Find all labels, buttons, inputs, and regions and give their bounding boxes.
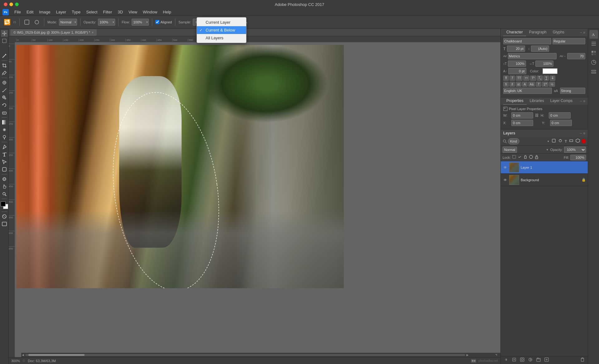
layer-item-background[interactable]: 👁 Background 🔒 bbox=[501, 174, 588, 186]
panel-icon-adjustments[interactable] bbox=[589, 58, 598, 67]
minimize-button[interactable] bbox=[9, 2, 13, 6]
blend-mode-select[interactable]: Normal bbox=[503, 147, 517, 153]
tool-heal[interactable] bbox=[1, 79, 8, 86]
dropdown-item-all-layers[interactable]: All Layers bbox=[197, 34, 246, 42]
menu-help[interactable]: Help bbox=[160, 9, 174, 15]
tool-icon[interactable]: 🔁 bbox=[2, 18, 12, 26]
fmt-small-caps[interactable]: TT bbox=[523, 75, 529, 81]
filter-type-btn[interactable]: T bbox=[564, 138, 567, 144]
horiz-scale-input[interactable] bbox=[535, 61, 553, 67]
menu-file[interactable]: File bbox=[12, 9, 23, 15]
fmt-caps[interactable]: TT bbox=[516, 75, 523, 81]
fmt-strikethrough[interactable]: T bbox=[550, 75, 555, 81]
w-input[interactable] bbox=[511, 112, 533, 119]
layer-eye-layer1[interactable]: 👁 bbox=[503, 165, 508, 170]
lock-position-btn[interactable] bbox=[523, 155, 528, 160]
anti-alias-select[interactable]: Strong bbox=[560, 88, 585, 94]
link-layers-btn[interactable] bbox=[503, 357, 509, 363]
layer-eye-background[interactable]: 👁 bbox=[503, 177, 508, 182]
mode-select[interactable]: Normal bbox=[59, 19, 77, 26]
fmt-ffi[interactable]: fi bbox=[509, 82, 515, 87]
fmt-tf[interactable]: T bbox=[536, 82, 541, 87]
menu-window[interactable]: Window bbox=[140, 9, 160, 15]
lock-all-btn[interactable] bbox=[534, 155, 539, 160]
fmt-bold[interactable]: T bbox=[503, 75, 509, 81]
lock-image-btn[interactable] bbox=[518, 155, 522, 160]
canvas-scroll-area[interactable]: ◀ ▶ bbox=[15, 42, 500, 357]
tab-character[interactable]: Character bbox=[503, 29, 526, 36]
panel-menu-icon[interactable]: ≡ bbox=[583, 31, 585, 34]
tool-clone-stamp[interactable] bbox=[1, 94, 8, 101]
tool-screen-mode[interactable] bbox=[1, 221, 8, 227]
fmt-italic[interactable]: T bbox=[509, 75, 515, 81]
tool-marquee[interactable] bbox=[1, 37, 8, 44]
panel-icon-layers[interactable] bbox=[589, 39, 598, 48]
layers-menu-icon[interactable]: ≡ bbox=[583, 131, 585, 135]
doc-tab-close[interactable]: × bbox=[92, 31, 94, 34]
font-style-select[interactable]: Regular bbox=[553, 38, 585, 44]
fmt-st[interactable]: st bbox=[516, 82, 521, 87]
tool-3d[interactable] bbox=[1, 176, 8, 182]
fmt-subscript[interactable]: Ts bbox=[537, 75, 543, 81]
add-layer-style-btn[interactable] bbox=[511, 357, 518, 363]
tool-history-brush[interactable] bbox=[1, 102, 8, 109]
kerning-select[interactable]: Metrics bbox=[508, 53, 556, 59]
tool-lasso[interactable] bbox=[1, 45, 8, 52]
foreground-color-swatch[interactable] bbox=[1, 201, 6, 206]
scroll-left-btn[interactable]: ◀ bbox=[21, 353, 25, 357]
tool-hand[interactable] bbox=[1, 183, 8, 190]
vert-scale-input[interactable] bbox=[508, 61, 526, 67]
dropdown-item-current-layer[interactable]: Current Layer bbox=[197, 18, 246, 26]
tool-eyedropper[interactable] bbox=[1, 70, 8, 76]
prop-panel-minimize-icon[interactable]: − bbox=[580, 99, 582, 103]
filter-toggle-dot[interactable] bbox=[582, 139, 586, 143]
maximize-button[interactable] bbox=[15, 2, 19, 6]
layer-item-layer1[interactable]: 👁 Layer 1 bbox=[501, 161, 588, 174]
layers-minimize-icon[interactable]: − bbox=[580, 131, 582, 135]
color-swatch[interactable] bbox=[543, 68, 558, 74]
add-mask-btn[interactable] bbox=[519, 357, 526, 363]
fmt-underline[interactable]: T bbox=[543, 75, 549, 81]
menu-select[interactable]: Select bbox=[84, 9, 100, 15]
menu-3d[interactable]: 3D bbox=[115, 9, 125, 15]
panel-icon-character[interactable]: A bbox=[589, 30, 598, 39]
x-input[interactable] bbox=[511, 120, 533, 126]
lock-artboard-btn[interactable] bbox=[529, 155, 533, 160]
opacity-layer-select[interactable]: 100% bbox=[564, 147, 586, 153]
scrollbar-thumb[interactable] bbox=[28, 354, 85, 356]
tab-layer-comps[interactable]: Layer Comps bbox=[547, 97, 576, 105]
menu-edit[interactable]: Edit bbox=[24, 9, 36, 15]
fill-input[interactable] bbox=[570, 155, 586, 160]
font-family-select[interactable]: Chalkboard bbox=[503, 38, 551, 44]
tool-eraser[interactable] bbox=[1, 109, 8, 116]
tool-pen[interactable] bbox=[1, 143, 8, 150]
filter-adjust-btn[interactable] bbox=[558, 138, 563, 144]
filter-smart-btn[interactable] bbox=[575, 138, 581, 144]
tool-magic-wand[interactable] bbox=[1, 52, 8, 59]
tool-type[interactable] bbox=[1, 151, 8, 158]
tool-move[interactable] bbox=[1, 30, 8, 37]
opacity-select[interactable]: 100% bbox=[98, 19, 115, 26]
fmt-frac[interactable]: ½ bbox=[549, 82, 555, 87]
tab-properties[interactable]: Properties bbox=[503, 97, 527, 105]
tab-paragraph[interactable]: Paragraph bbox=[526, 29, 550, 36]
tab-glyphs[interactable]: Glyphs bbox=[550, 29, 567, 36]
new-layer-btn[interactable] bbox=[543, 357, 550, 363]
tool-gradient[interactable] bbox=[1, 119, 8, 126]
filter-pixel-btn[interactable] bbox=[551, 138, 557, 144]
panel-icon-properties[interactable] bbox=[589, 67, 598, 76]
tool-opt-1[interactable] bbox=[23, 19, 31, 26]
tool-quick-mask[interactable] bbox=[1, 213, 8, 220]
h-input[interactable] bbox=[549, 112, 571, 119]
y-input[interactable] bbox=[550, 120, 572, 126]
aligned-checkbox[interactable] bbox=[155, 20, 159, 24]
dropdown-item-current-below[interactable]: ✓ Current & Below bbox=[197, 26, 246, 34]
leading-input[interactable] bbox=[531, 46, 549, 52]
tool-opt-2[interactable] bbox=[33, 19, 41, 26]
fmt-aa[interactable]: A bbox=[522, 82, 528, 87]
font-size-input[interactable] bbox=[507, 46, 525, 52]
fmt-fi[interactable]: fi bbox=[503, 82, 509, 87]
new-group-btn[interactable] bbox=[535, 357, 542, 363]
tab-libraries[interactable]: Libraries bbox=[527, 97, 547, 105]
fmt-superscript2[interactable]: 1st bbox=[542, 82, 548, 87]
